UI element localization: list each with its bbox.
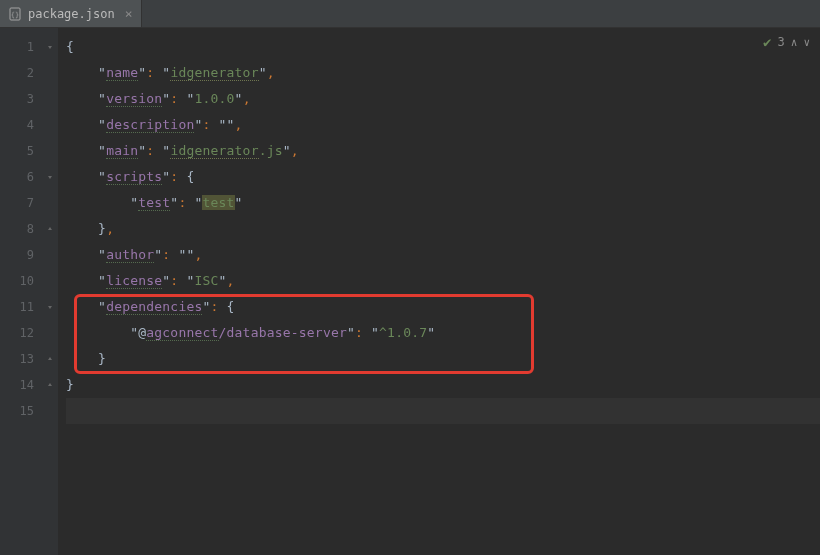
fold-close-icon[interactable] xyxy=(42,216,58,242)
line-number[interactable]: 13 xyxy=(0,346,34,372)
line-number[interactable]: 9 xyxy=(0,242,34,268)
code-line[interactable]: "author": "", xyxy=(66,242,820,268)
chevron-down-icon[interactable]: ∨ xyxy=(803,36,810,49)
chevron-up-icon[interactable]: ∧ xyxy=(791,36,798,49)
code-line[interactable] xyxy=(66,398,820,424)
fold-open-icon[interactable] xyxy=(42,164,58,190)
file-tab[interactable]: {} package.json × xyxy=(0,0,142,27)
close-icon[interactable]: × xyxy=(125,6,133,21)
code-line[interactable]: }, xyxy=(66,216,820,242)
fold-open-icon[interactable] xyxy=(42,294,58,320)
line-number-gutter: 1 2 3 4 5 6 7 8 9 10 11 12 13 14 15 xyxy=(0,28,42,555)
line-number[interactable]: 7 xyxy=(0,190,34,216)
inspections-widget[interactable]: ✔ 3 ∧ ∨ xyxy=(763,34,810,50)
line-number[interactable]: 11 xyxy=(0,294,34,320)
code-line[interactable]: "@agconnect/database-server": "^1.0.7" xyxy=(66,320,820,346)
inspections-count: 3 xyxy=(778,35,785,49)
code-line[interactable]: "dependencies": { xyxy=(66,294,820,320)
code-line[interactable]: "description": "", xyxy=(66,112,820,138)
check-icon: ✔ xyxy=(763,34,771,50)
line-number[interactable]: 2 xyxy=(0,60,34,86)
line-number[interactable]: 12 xyxy=(0,320,34,346)
line-number[interactable]: 6 xyxy=(0,164,34,190)
code-line[interactable]: } xyxy=(66,372,820,398)
fold-close-icon[interactable] xyxy=(42,372,58,398)
line-number[interactable]: 15 xyxy=(0,398,34,424)
code-line[interactable]: "name": "idgenerator", xyxy=(66,60,820,86)
line-number[interactable]: 4 xyxy=(0,112,34,138)
fold-close-icon[interactable] xyxy=(42,346,58,372)
fold-open-icon[interactable] xyxy=(42,34,58,60)
svg-text:{}: {} xyxy=(11,11,19,19)
line-number[interactable]: 3 xyxy=(0,86,34,112)
code-line[interactable]: } xyxy=(66,346,820,372)
line-number[interactable]: 10 xyxy=(0,268,34,294)
json-file-icon: {} xyxy=(8,7,22,21)
fold-gutter xyxy=(42,28,58,555)
editor: 1 2 3 4 5 6 7 8 9 10 11 12 13 14 15 ✔ 3 xyxy=(0,28,820,555)
code-line[interactable]: { xyxy=(66,34,820,60)
code-line[interactable]: "scripts": { xyxy=(66,164,820,190)
code-line[interactable]: "test": "test" xyxy=(66,190,820,216)
code-line[interactable]: "version": "1.0.0", xyxy=(66,86,820,112)
line-number[interactable]: 1 xyxy=(0,34,34,60)
tab-filename: package.json xyxy=(28,7,115,21)
line-number[interactable]: 14 xyxy=(0,372,34,398)
code-line[interactable]: "main": "idgenerator.js", xyxy=(66,138,820,164)
code-line[interactable]: "license": "ISC", xyxy=(66,268,820,294)
line-number[interactable]: 8 xyxy=(0,216,34,242)
code-area[interactable]: ✔ 3 ∧ ∨ { "name": "idgenerator", "versio… xyxy=(58,28,820,555)
tab-bar: {} package.json × xyxy=(0,0,820,28)
line-number[interactable]: 5 xyxy=(0,138,34,164)
